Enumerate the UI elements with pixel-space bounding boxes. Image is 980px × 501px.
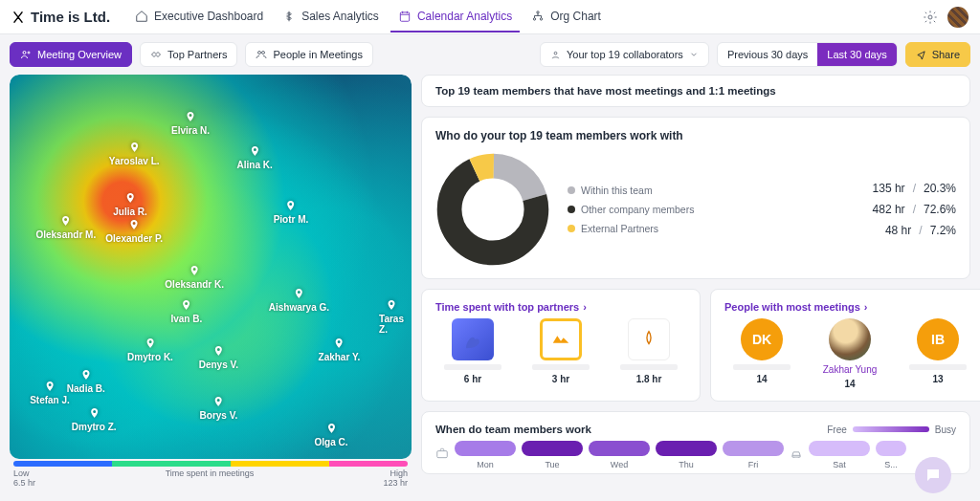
heatmap-pin[interactable]: Zakhar Y. [319,336,361,362]
partner-item[interactable]: 6 hr [435,318,510,384]
nav-exec-dashboard[interactable]: Executive Dashboard [127,2,271,33]
svg-point-6 [28,52,30,54]
nav-exec-label: Executive Dashboard [154,10,263,23]
heatmap-pin[interactable]: Dmytro K. [127,336,173,362]
nav-calendar-analytics[interactable]: Calendar Analytics [390,2,520,33]
most-meetings-card: People with most meetings› DK14Zakhar Yu… [710,289,980,402]
scale-high-value: 123 hr [383,478,408,488]
collaborators-dropdown[interactable]: Your top 19 collaborators [540,42,709,67]
main-content: Elvira N.Yaroslav L.Alina K.Julia R.Olex… [0,75,980,497]
svg-point-2 [534,17,536,19]
right-column: Top 19 team members that have most meeti… [421,75,970,488]
home-icon [135,10,148,23]
day-Thu: Thu [656,441,717,469]
dollar-icon [282,10,296,23]
partner-item[interactable]: 3 hr [523,318,598,384]
partner-name-redacted [620,364,678,370]
heatmap-pin[interactable]: Denys V. [199,343,238,370]
partner-logo [452,318,494,360]
partners-list: 6 hr3 hr1.8 hr [435,318,686,384]
busy-label: Busy [935,425,956,435]
heatmap-pin[interactable]: Elvira N. [171,109,210,136]
svg-rect-0 [400,11,409,20]
chat-icon [924,467,942,484]
heatmap-pin[interactable]: Ivan B. [170,297,202,324]
scale-title: Time spent in meetings [166,468,255,478]
heatmap-pin[interactable]: Taras Z. [379,297,404,335]
heatmap-pin[interactable]: Borys V. [200,394,238,421]
most-meetings-card-title[interactable]: People with most meetings› [724,301,975,313]
partner-name-redacted [532,364,590,370]
header-right [923,7,969,28]
briefcase-icon [435,447,449,460]
heatmap-pin[interactable]: Nadia B. [67,367,105,394]
person-name-redacted [733,364,791,370]
stat-row: 48 hr/7.2% [873,224,956,237]
work-with-card: Who do your top 19 team members work wit… [421,117,970,279]
top-partners-card-title[interactable]: Time spent with top partners› [435,301,686,313]
legend-item: Within this team [568,185,694,196]
svg-point-4 [928,15,932,19]
chat-fab[interactable] [915,457,951,493]
previous-30-days-button[interactable]: Previous 30 days [718,43,817,66]
summary-card: Top 19 team members that have most meeti… [421,75,970,107]
top-partners-card: Time spent with top partners› 6 hr3 hr1.… [421,289,701,402]
brand: Time is Ltd. [11,9,110,25]
heatmap-pin[interactable]: Piotr M. [274,198,309,225]
heatmap-pin[interactable]: Dmytro Z. [72,405,117,432]
days-row: MonTueWedThuFriSatS... [435,441,956,469]
person-photo [829,318,871,360]
nav-org-label: Org Chart [550,10,601,23]
heatmap-gradient-bar [13,461,408,467]
share-button[interactable]: Share [905,42,970,67]
last-30-days-button[interactable]: Last 30 days [817,43,896,66]
svg-point-8 [262,52,265,54]
free-label: Free [827,425,847,435]
svg-point-5 [23,52,26,54]
meeting-overview-button[interactable]: Meeting Overview [10,42,132,67]
svg-point-9 [554,52,557,54]
avatar[interactable] [947,7,969,28]
week-card: When do team members work Free Busy MonT… [421,411,970,474]
people-meetings-button[interactable]: People in Meetings [245,42,373,67]
share-label: Share [932,49,960,60]
legend-item: External Partners [568,223,694,234]
gear-icon[interactable] [923,10,938,25]
heatmap-pin[interactable]: Stefan J. [30,379,70,405]
person-item[interactable]: IB13 [901,318,975,389]
nav-org-chart[interactable]: Org Chart [523,2,609,33]
nav-sales-analytics[interactable]: Sales Analytics [275,2,387,33]
people-list: DK14Zakhar Yung14IB13 [724,318,975,389]
person-item[interactable]: DK14 [724,318,799,389]
week-legend: Free Busy [827,425,956,435]
stat-row: 135 hr/20.3% [873,182,956,195]
scale-low-label: Low [13,468,30,478]
day-Fri: Fri [723,441,784,469]
svg-point-1 [537,11,539,12]
svg-point-3 [541,17,543,19]
car-icon [790,447,803,460]
work-with-title: Who do your top 19 team members work wit… [435,129,956,142]
partner-item[interactable]: 1.8 hr [612,318,686,384]
org-icon [531,10,545,23]
partner-logo [540,318,582,360]
heatmap-pin[interactable]: Olga C. [314,421,347,447]
heatmap-pin[interactable]: Oleksandr K. [165,263,224,290]
heatmap-pin[interactable]: Alina K. [237,143,273,170]
day-Tue: Tue [522,441,583,469]
heatmap-pin[interactable]: Olexander P. [105,217,163,244]
heatmap-pin[interactable]: Julia R. [113,190,147,217]
person-item[interactable]: Zakhar Yung14 [813,318,887,389]
heatmap-pin[interactable]: Aishwarya G. [269,286,329,313]
nav-calendar-label: Calendar Analytics [417,10,512,23]
heatmap-pin[interactable]: Yaroslav L. [109,140,160,166]
heatmap-pin[interactable]: Oleksandr M. [35,213,96,240]
heatmap-canvas[interactable]: Elvira N.Yaroslav L.Alina K.Julia R.Olex… [10,75,412,459]
top-partners-button[interactable]: Top Partners [140,42,237,67]
svg-rect-13 [437,451,448,458]
overview-icon [20,49,32,60]
partners-label: Top Partners [167,49,227,60]
summary-title: Top 19 team members that have most meeti… [435,85,956,97]
free-busy-gradient [853,426,929,432]
day-S...: S... [876,441,906,469]
